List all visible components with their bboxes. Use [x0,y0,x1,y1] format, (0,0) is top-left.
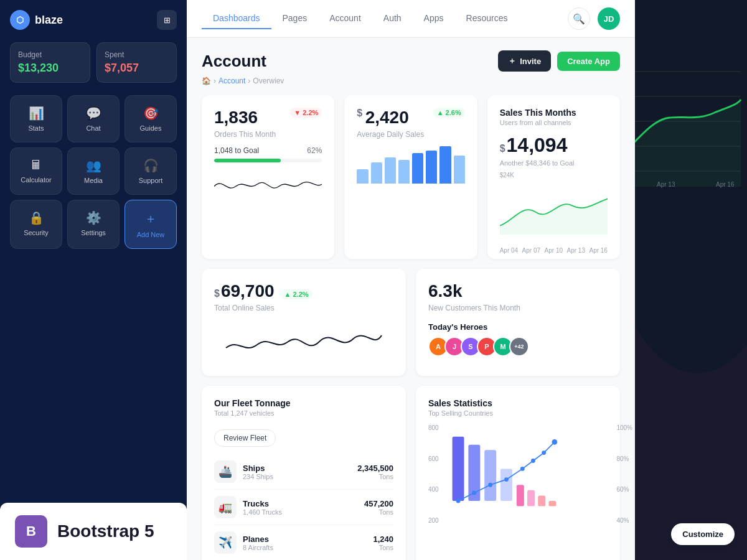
guides-icon: 🎯 [143,106,159,121]
spent-value: $7,057 [105,62,169,75]
fleet-card: Our Fleet Tonnage Total 1,247 vehicles R… [202,386,406,560]
sales-month-card: Sales This Months Users from all channel… [487,95,620,259]
chat-icon: 💬 [86,106,101,121]
sales-stats-subtitle: Top Selling Countries [428,409,608,417]
budget-card: Budget $13,230 [10,42,90,83]
top-nav-right: 🔍 JD [568,7,620,30]
tab-apps[interactable]: Apps [413,8,455,29]
sales-month-below: Another $48,346 to Goal [500,159,608,167]
stats-row2: $ 69,700 ▲ 2.2% Total Online Sales 6.3k … [202,269,620,376]
trucks-icon: 🚛 [214,496,237,518]
orders-label: Orders This Month [214,130,322,139]
create-app-button[interactable]: Create App [557,52,620,71]
logo-area: ⬡ blaze [10,10,63,30]
online-sales-badge: ▲ 2.2% [281,289,312,299]
sidebar-item-label: Support [139,177,163,184]
sidebar-item-label: Chat [86,124,100,132]
fleet-item-ships: 🚢 Ships 234 Ships 2,345,500 Tons [214,454,393,490]
sidebar-item-support[interactable]: 🎧 Support [125,147,177,195]
sidebar-item-label: Media [84,177,103,184]
sidebar-item-label: Add New [137,231,165,238]
sidebar-item-label: Stats [28,124,44,132]
sidebar-toggle-button[interactable]: ⊞ [157,10,177,30]
page-actions: ＋ Invite Create App [498,50,620,72]
top-nav: Dashboards Pages Account Auth Apps Resou… [187,0,635,38]
sidebar-item-label: Guides [140,124,162,132]
logo-text: blaze [35,14,63,27]
fleet-title: Our Fleet Tonnage [214,398,393,408]
svg-text:Apr 13: Apr 13 [657,181,675,188]
search-button[interactable]: 🔍 [568,7,590,30]
nav-grid: 📊 Stats 💬 Chat 🎯 Guides 🖩 Calculator 👥 M… [10,95,177,249]
svg-rect-6 [538,495,545,506]
stats-grid-row1: 1,836 ▼ 2.2% Orders This Month 1,048 to … [202,95,620,259]
calculator-icon: 🖩 [30,158,42,172]
online-sales-card: $ 69,700 ▲ 2.2% Total Online Sales [202,269,406,376]
svg-point-14 [542,450,546,455]
customize-button[interactable]: Customize [671,523,735,545]
invite-button[interactable]: ＋ Invite [498,50,551,72]
tab-account[interactable]: Account [318,8,372,29]
main-content: Dashboards Pages Account Auth Apps Resou… [187,0,635,560]
svg-point-11 [504,477,509,482]
planes-icon: ✈️ [214,531,237,554]
sidebar-item-security[interactable]: 🔒 Security [10,200,62,249]
svg-point-9 [472,491,476,495]
sidebar-header: ⬡ blaze ⊞ [10,10,177,30]
svg-point-10 [488,483,492,487]
bootstrap-text: Bootstrap 5 [57,521,154,541]
sidebar: ⬡ blaze ⊞ Budget $13,230 Spent $7,057 📊 … [0,0,187,560]
online-sales-label: Total Online Sales [214,304,393,312]
svg-point-8 [456,499,461,503]
fleet-subtitle: Total 1,247 vehicles [214,409,393,417]
sidebar-item-guides[interactable]: 🎯 Guides [125,95,177,142]
fleet-item-trucks: 🚛 Trucks 1,460 Trucks 457,200 Tons [214,490,393,525]
tab-dashboards[interactable]: Dashboards [202,8,271,29]
tab-pages[interactable]: Pages [271,8,319,29]
breadcrumb-account[interactable]: Account [218,77,245,85]
ships-icon: 🚢 [214,460,237,483]
home-icon: 🏠 [202,77,211,85]
sidebar-item-media[interactable]: 👥 Media [67,147,120,195]
budget-value: $13,230 [18,62,82,75]
sidebar-item-label: Settings [81,229,106,236]
progress-pct: 62% [307,146,322,155]
online-sales-chart [214,320,393,363]
sidebar-item-label: Security [24,229,49,236]
sidebar-item-add-new[interactable]: ＋ Add New [125,200,177,249]
sidebar-item-calculator[interactable]: 🖩 Calculator [10,147,62,195]
nav-items: Dashboards Pages Account Auth Apps Resou… [202,8,568,29]
budget-row: Budget $13,230 Spent $7,057 [10,42,177,83]
page-area: Account ＋ Invite Create App 🏠 › Account … [187,38,635,560]
orders-value: 1,836 [214,108,258,128]
bottom-grid: Our Fleet Tonnage Total 1,247 vehicles R… [202,386,620,560]
plus-icon: ＋ [508,55,516,67]
review-fleet-button[interactable]: Review Fleet [214,429,276,447]
tab-resources[interactable]: Resources [455,8,519,29]
mini-bar-chart [357,146,464,184]
breadcrumb: 🏠 › Account › Overwiev [202,77,620,85]
customers-value: 6.3k [428,281,463,301]
sidebar-item-stats[interactable]: 📊 Stats [10,95,62,142]
user-avatar[interactable]: JD [598,7,620,30]
sales-month-title: Sales This Months [500,108,608,118]
spent-label: Spent [105,50,169,59]
svg-point-15 [552,439,558,445]
wavy-chart [214,162,322,206]
stats-icon: 📊 [29,106,44,121]
sales-month-value: 14,094 [507,134,568,157]
support-icon: 🎧 [143,158,159,173]
daily-sales-badge: ▲ 2.6% [433,108,465,118]
daily-sales-card: $ 2,420 ▲ 2.6% Average Daily Sales [344,95,477,259]
add-icon: ＋ [144,210,157,227]
daily-sales-value: 2,420 [365,108,409,127]
sales-stats-card: Sales Statistics Top Selling Countries 8… [416,386,620,560]
bootstrap-logo: B [15,515,47,548]
svg-rect-3 [500,469,512,501]
sidebar-item-chat[interactable]: 💬 Chat [67,95,120,142]
tab-auth[interactable]: Auth [372,8,413,29]
orders-card: 1,836 ▼ 2.2% Orders This Month 1,048 to … [202,95,334,259]
sidebar-item-settings[interactable]: ⚙️ Settings [67,200,120,249]
spent-card: Spent $7,057 [96,42,177,83]
logo-icon: ⬡ [10,10,30,30]
